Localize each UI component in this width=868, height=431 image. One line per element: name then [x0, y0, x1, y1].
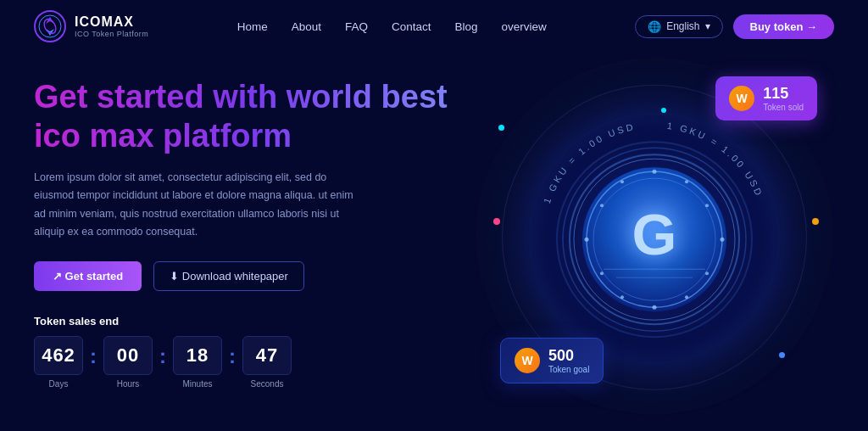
nav-overview[interactable]: overview: [502, 20, 547, 33]
token-sold-label: Token sold: [763, 103, 804, 112]
svg-point-2: [42, 17, 58, 36]
token-sold-card: W 115 Token sold: [715, 76, 817, 120]
nav-links: Home About FAQ Contact Blog overview: [237, 20, 547, 33]
token-sales-label: Token sales end: [34, 315, 475, 327]
token-sold-icon: W: [729, 86, 754, 111]
dot-right-mid: [812, 218, 819, 225]
brand-tagline: ICO Token Platform: [75, 30, 148, 38]
seconds-value: 47: [242, 336, 292, 375]
separator-1: :: [90, 344, 97, 368]
nav-blog[interactable]: Blog: [455, 20, 478, 33]
minutes-value: 18: [173, 336, 222, 375]
dot-top-left: [498, 125, 504, 131]
hero-title: Get started with world best ico max plat…: [34, 78, 475, 155]
seconds-block: 47 Seconds: [242, 336, 292, 389]
nav-right: 🌐 English ▾ Buy token →: [635, 14, 834, 39]
token-goal-info: 500 Token goal: [548, 347, 589, 374]
token-sales-section: Token sales end 462 Days : 00 Hours : 18…: [34, 315, 475, 389]
download-whitepaper-button[interactable]: ⬇ Download whitepaper: [153, 261, 304, 291]
chevron-down-icon: ▾: [705, 20, 710, 32]
language-button[interactable]: 🌐 English ▾: [635, 15, 722, 38]
token-goal-icon: W: [515, 348, 540, 373]
token-sold-info: 115 Token sold: [763, 85, 804, 112]
token-sold-number: 115: [763, 85, 804, 103]
separator-3: :: [229, 344, 236, 368]
hours-block: 00 Hours: [103, 336, 153, 389]
days-value: 462: [34, 336, 83, 375]
get-started-button[interactable]: ↗ Get started: [34, 261, 142, 291]
orbit-text-svg: 1 GKU = 1.00 USD 1 GKU = 1.00 USD: [527, 111, 782, 366]
dot-bottom-right: [779, 352, 785, 358]
dot-left-mid: [493, 218, 500, 225]
token-goal-label: Token goal: [548, 365, 589, 374]
buy-token-button[interactable]: Buy token →: [733, 14, 834, 39]
days-label: Days: [49, 379, 69, 389]
lang-label: English: [666, 20, 699, 32]
left-content: Get started with world best ico max plat…: [34, 61, 475, 426]
token-goal-number: 500: [548, 347, 589, 365]
days-block: 462 Days: [34, 336, 83, 389]
hero-description: Lorem ipsum dolor sit amet, consectetur …: [34, 169, 356, 241]
logo-icon: [34, 10, 66, 42]
logo-area[interactable]: ICOMAX ICO Token Platform: [34, 10, 148, 42]
hours-value: 00: [103, 336, 153, 375]
logo-text: ICOMAX ICO Token Platform: [75, 14, 148, 38]
minutes-label: Minutes: [182, 379, 212, 389]
hours-label: Hours: [117, 379, 140, 389]
nav-contact[interactable]: Contact: [392, 20, 431, 33]
nav-about[interactable]: About: [292, 20, 321, 33]
countdown-timer: 462 Days : 00 Hours : 18 Minutes : 47 Se…: [34, 336, 475, 389]
token-goal-card: W 500 Token goal: [500, 338, 604, 383]
nav-home[interactable]: Home: [237, 20, 268, 33]
minutes-block: 18 Minutes: [173, 336, 222, 389]
brand-name: ICOMAX: [75, 14, 148, 30]
navbar: ICOMAX ICO Token Platform Home About FAQ…: [0, 0, 868, 53]
globe-icon: 🌐: [648, 20, 661, 33]
main-content: Get started with world best ico max plat…: [0, 53, 868, 426]
separator-2: :: [159, 344, 166, 368]
nav-faq[interactable]: FAQ: [345, 20, 368, 33]
button-group: ↗ Get started ⬇ Download whitepaper: [34, 261, 475, 291]
svg-text:1 GKU = 1.00 USD      1 GKU = : 1 GKU = 1.00 USD 1 GKU = 1.00 USD: [542, 120, 765, 205]
seconds-label: Seconds: [251, 379, 284, 389]
coin-area: 1 GKU = 1.00 USD 1 GKU = 1.00 USD: [475, 61, 834, 426]
